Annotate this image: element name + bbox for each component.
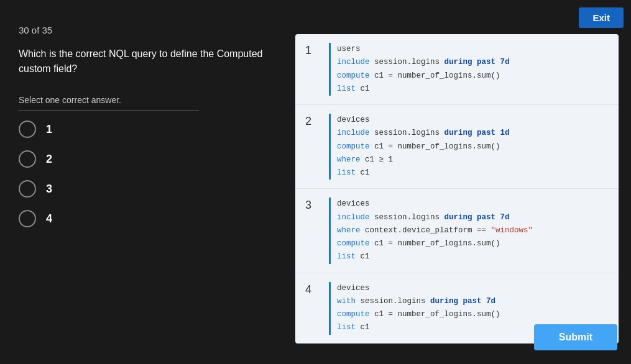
code-option-1-number: 1	[305, 44, 318, 57]
option-item-2[interactable]: 2	[19, 150, 267, 168]
option-item-3[interactable]: 3	[19, 180, 267, 198]
submit-button[interactable]: Submit	[534, 324, 617, 350]
option-label-4: 4	[46, 212, 52, 225]
code-option-2[interactable]: 2 devices include session.logins during …	[295, 105, 619, 189]
code-panel: 1 users include session.logins during pa…	[295, 34, 619, 344]
radio-1[interactable]	[19, 121, 36, 138]
code-block-1: users include session.logins during past…	[329, 43, 510, 96]
option-label-2: 2	[46, 153, 52, 166]
option-label-3: 3	[46, 183, 52, 196]
option-item-1[interactable]: 1	[19, 121, 267, 138]
code-block-2: devices include session.logins during pa…	[329, 114, 510, 180]
option-label-1: 1	[46, 123, 52, 136]
select-prompt: Select one correct answer.	[19, 95, 199, 111]
code-option-4-number: 4	[305, 283, 318, 296]
exit-button[interactable]: Exit	[579, 7, 624, 28]
radio-2[interactable]	[19, 150, 36, 168]
code-option-3[interactable]: 3 devices include session.logins during …	[295, 189, 619, 273]
options-list: 1 2 3 4	[19, 121, 267, 227]
code-block-4: devices with session.logins during past …	[329, 282, 500, 335]
radio-3[interactable]	[19, 180, 36, 198]
code-option-2-number: 2	[305, 115, 318, 128]
code-option-1[interactable]: 1 users include session.logins during pa…	[295, 34, 619, 105]
question-count: 30 of 35	[19, 25, 267, 35]
left-panel: 30 of 35 Which is the correct NQL query …	[0, 0, 286, 364]
option-item-4[interactable]: 4	[19, 210, 267, 227]
code-block-3: devices include session.logins during pa…	[329, 198, 533, 263]
question-text: Which is the correct NQL query to define…	[19, 47, 267, 76]
code-option-3-number: 3	[305, 199, 318, 212]
radio-4[interactable]	[19, 210, 36, 227]
